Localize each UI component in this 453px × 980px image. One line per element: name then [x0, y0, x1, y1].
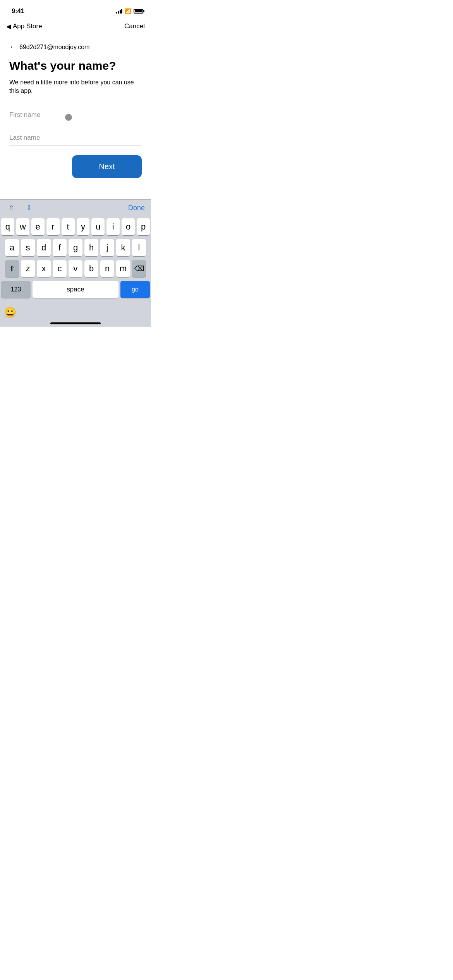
- numbers-key[interactable]: 123: [1, 281, 31, 298]
- key-m[interactable]: m: [116, 260, 130, 277]
- page-heading: What's your name?: [9, 59, 142, 73]
- status-icons: 📶: [116, 8, 144, 14]
- key-y[interactable]: y: [77, 218, 90, 235]
- space-key[interactable]: space: [33, 281, 118, 298]
- key-h[interactable]: h: [84, 239, 98, 256]
- last-name-input[interactable]: [9, 131, 142, 146]
- keyboard-row-2: a s d f g h j k l: [1, 239, 150, 256]
- key-l[interactable]: l: [132, 239, 146, 256]
- key-r[interactable]: r: [46, 218, 60, 235]
- keyboard-toolbar: ⇧ ⇩ Done: [0, 199, 151, 216]
- key-i[interactable]: i: [106, 218, 120, 235]
- toolbar-nav: ⇧ ⇩: [6, 203, 34, 213]
- key-p[interactable]: p: [137, 218, 150, 235]
- key-v[interactable]: v: [69, 260, 82, 277]
- home-indicator: [50, 322, 101, 324]
- first-name-group: [9, 108, 142, 123]
- key-d[interactable]: d: [37, 239, 51, 256]
- status-bar: 9:41 📶: [0, 0, 151, 19]
- nav-bar: ◀ App Store Cancel: [0, 19, 151, 35]
- page-subtext: We need a little more info before you ca…: [9, 78, 142, 96]
- last-name-group: [9, 131, 142, 146]
- key-k[interactable]: k: [116, 239, 130, 256]
- next-button[interactable]: Next: [72, 155, 142, 178]
- app-store-back[interactable]: ◀ App Store: [6, 22, 42, 31]
- content-area: ← 69d2d271@moodjoy.com What's your name?…: [0, 35, 151, 186]
- key-g[interactable]: g: [69, 239, 82, 256]
- back-email-row[interactable]: ← 69d2d271@moodjoy.com: [9, 43, 142, 51]
- key-s[interactable]: s: [21, 239, 35, 256]
- back-chevron-icon: ◀: [6, 22, 11, 31]
- key-z[interactable]: z: [21, 260, 35, 277]
- keyboard-row-4: 123 space go: [1, 281, 150, 298]
- backspace-key[interactable]: ⌫: [132, 260, 146, 277]
- toolbar-prev-button[interactable]: ⇧: [6, 203, 17, 213]
- back-arrow-icon: ←: [9, 43, 16, 51]
- key-b[interactable]: b: [84, 260, 98, 277]
- key-c[interactable]: c: [53, 260, 67, 277]
- shift-key[interactable]: ⇧: [5, 260, 19, 277]
- cursor-indicator: [65, 114, 72, 121]
- keyboard-row-1: q w e r t y u i o p: [1, 218, 150, 235]
- bottom-bar: 😀: [0, 303, 151, 327]
- key-e[interactable]: e: [31, 218, 45, 235]
- wifi-icon: 📶: [125, 8, 131, 14]
- signal-icon: [116, 9, 123, 14]
- key-j[interactable]: j: [100, 239, 114, 256]
- emoji-button[interactable]: 😀: [4, 307, 16, 319]
- key-x[interactable]: x: [37, 260, 51, 277]
- key-a[interactable]: a: [5, 239, 19, 256]
- key-t[interactable]: t: [62, 218, 75, 235]
- key-n[interactable]: n: [100, 260, 114, 277]
- next-btn-row: Next: [9, 155, 142, 178]
- key-o[interactable]: o: [122, 218, 135, 235]
- cancel-button[interactable]: Cancel: [124, 21, 145, 32]
- key-f[interactable]: f: [53, 239, 67, 256]
- key-q[interactable]: q: [1, 218, 14, 235]
- toolbar-next-button[interactable]: ⇩: [24, 203, 34, 213]
- toolbar-done-button[interactable]: Done: [128, 204, 145, 212]
- key-w[interactable]: w: [16, 218, 29, 235]
- keyboard-row-3: ⇧ z x c v b n m ⌫: [1, 260, 150, 277]
- status-time: 9:41: [12, 7, 24, 15]
- key-u[interactable]: u: [91, 218, 105, 235]
- keyboard: q w e r t y u i o p a s d f g h j k l ⇧ …: [0, 216, 151, 303]
- first-name-input[interactable]: [9, 108, 142, 123]
- battery-icon: [134, 9, 143, 14]
- back-email-text: 69d2d271@moodjoy.com: [19, 44, 89, 51]
- go-key[interactable]: go: [120, 281, 150, 298]
- app-store-label: App Store: [13, 22, 42, 30]
